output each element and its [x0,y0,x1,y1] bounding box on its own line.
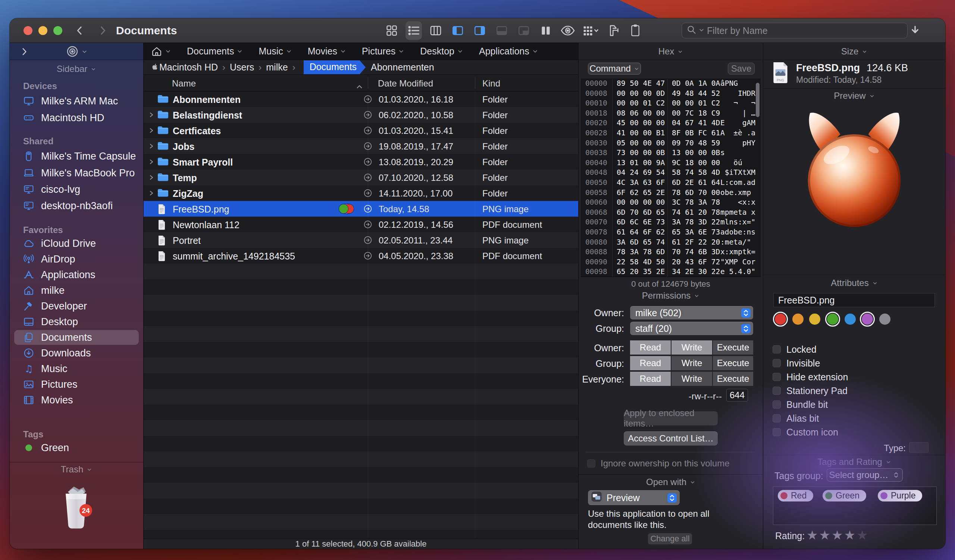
file-row-smart-payroll[interactable]: Smart Payroll13.08.2019., 20.29Folder [144,154,578,170]
trash-icon[interactable]: 24 [58,484,94,533]
hex-row[interactable]: 0004804 24 69 5458 74 58 4D $iTXtXM [581,168,761,178]
hex-row[interactable]: 0001808 06 00 0000 7C 18 C9 | … [581,109,761,119]
perm-everyone-execute[interactable]: Execute [713,372,753,386]
disclosure-triangle[interactable] [149,159,154,166]
path-menu-movies[interactable]: Movies [308,46,346,57]
hex-row[interactable]: 000686D 70 6D 6574 61 20 78mpmeta x [581,208,761,218]
perm-group-execute[interactable]: Execute [713,356,753,370]
open-with-header[interactable]: Open with [579,477,763,487]
rating-star-3[interactable]: ★ [831,528,844,542]
group-popup[interactable]: staff (20) [630,322,753,335]
hex-row[interactable]: 0001000 00 01 C200 00 01 C2 ¬ ¬ [581,99,761,109]
open-arrow-icon[interactable] [363,220,373,231]
column-view-icon[interactable] [427,21,444,40]
breadcrumb-item[interactable]: Macintosh HD [159,62,218,73]
grid-view-icon[interactable] [384,21,400,40]
disclosure-triangle[interactable] [149,143,154,151]
file-row-jobs[interactable]: Jobs19.08.2019., 17.47Folder [144,138,578,154]
hex-row[interactable]: 000504C 3A 63 6F6D 2E 61 64L:com.ad [581,178,761,188]
view-options-icon[interactable] [582,21,600,40]
dual-pane-icon[interactable] [537,21,554,40]
path-menu-documents[interactable]: Documents [187,46,243,57]
hex-row[interactable]: 0003005 00 00 0009 70 48 59 pHY [581,139,761,149]
sidebar-item-milke-s-time-capsule[interactable]: Milke's Time Capsule [14,149,139,164]
perm-group-read[interactable]: Read [630,356,671,370]
column-divider[interactable] [475,77,475,89]
breadcrumb-item[interactable]: milke [266,62,288,73]
open-with-popup[interactable]: Preview [588,490,680,505]
tag-color-yellow[interactable] [809,314,820,325]
locked-checkbox[interactable] [773,345,781,353]
disclosure-triangle[interactable] [149,190,154,198]
sidebar-item-pictures[interactable]: Pictures [14,377,139,392]
file-row-newtonlaan-112[interactable]: Newtonlaan 11202.12.2019., 14.56PDF docu… [144,217,578,232]
column-divider[interactable] [368,77,368,89]
sort-ascending-icon[interactable] [356,81,363,91]
panel-bottom-icon[interactable] [493,21,510,40]
file-row-zigzag[interactable]: ZigZag14.11.2020., 17.00Folder [144,185,578,201]
open-arrow-icon[interactable] [363,204,373,215]
hex-row[interactable]: 0002045 00 00 0004 67 41 4DE gAM [581,119,761,129]
sidebar-item-icloud-drive[interactable]: iCloud Drive [14,236,139,251]
tags-box[interactable]: RedGreenPurple [773,487,937,525]
tags-group-popup[interactable]: Select group… [827,468,903,482]
tag-color-green[interactable] [827,314,838,325]
size-header[interactable]: Size [763,43,945,60]
path-menu-pictures[interactable]: Pictures [362,46,404,57]
perm-owner-read[interactable]: Read [630,340,671,354]
rating-star-4[interactable]: ★ [844,528,856,542]
tag-color-purple[interactable] [862,314,873,325]
hex-dump[interactable]: 0000089 50 4E 470D 0A 1A 0AâPNG 0000800 … [581,79,761,277]
open-arrow-icon[interactable] [363,235,373,246]
custom-icon-checkbox[interactable] [773,428,781,436]
sidebar-item-desktop-nb3aofi[interactable]: desktop-nb3aofi [14,198,139,213]
forward-button[interactable] [96,24,109,37]
owner-popup[interactable]: milke (502) [630,306,753,320]
alias-bit-checkbox[interactable] [773,414,781,423]
hex-row[interactable]: 0000800 00 00 0D49 48 44 52 IHDR [581,89,761,99]
file-row-certficates[interactable]: Certficates01.03.2020., 15.41Folder [144,123,578,138]
list-view-icon[interactable] [405,21,422,40]
hex-header[interactable]: Hex [579,43,763,60]
disclosure-triangle[interactable] [149,128,154,135]
sidebar-item-milke[interactable]: milke [14,283,139,298]
hex-row[interactable]: 000706D 6C 6E 733A 78 3D 22mlns:x=" [581,218,761,228]
open-arrow-icon[interactable] [363,126,373,137]
file-row-temp[interactable]: Temp07.10.2020., 12.58Folder [144,170,578,185]
minimize-button[interactable] [38,26,47,35]
permissions-header[interactable]: Permissions [579,290,763,301]
zoom-button[interactable] [53,26,62,35]
file-row-freebsd-png[interactable]: FreeBSD.pngToday, 14.58PNG image [144,201,578,217]
sidebar-item-green[interactable]: Green [14,440,139,455]
breadcrumb-item-selected[interactable]: Documents [304,61,366,74]
tag-pill-green[interactable]: Green [823,490,866,501]
file-row-summit-archive-1492184535[interactable]: summit_archive_149218453504.05.2020., 23… [144,248,578,264]
sidebar-item-milke-s-arm-mac[interactable]: Milke's ARM Mac [14,94,139,109]
panel-right-icon[interactable] [471,21,488,40]
sidebar-item-developer[interactable]: Developer [14,299,139,314]
chevron-down-icon[interactable] [698,27,705,35]
column-header-name[interactable]: Name [172,78,196,89]
hex-row[interactable]: 0006000 00 00 003C 78 3A 78 <x:x [581,198,761,208]
tag-pill-purple[interactable]: Purple [878,490,922,501]
tag-color-red[interactable] [775,314,786,325]
disclosure-triangle[interactable] [149,112,154,119]
column-header-kind[interactable]: Kind [482,78,500,89]
hex-row[interactable]: 0002841 00 00 B18F 0B FC 61A ±è .a [581,129,761,139]
open-arrow-icon[interactable] [363,173,373,184]
column-header-date[interactable]: Date Modified [378,78,433,89]
tags-rating-header[interactable]: Tags and Rating [763,457,945,467]
hide-extension-checkbox[interactable] [773,373,781,381]
open-arrow-icon[interactable] [363,251,373,262]
preview-header[interactable]: Preview [763,90,945,101]
hex-row[interactable]: 0003873 00 00 0B13 00 00 0Bs [581,148,761,158]
invisible-checkbox[interactable] [773,359,781,367]
ignore-ownership-checkbox[interactable] [587,459,595,468]
download-arrow-icon[interactable] [910,24,921,37]
back-button[interactable] [73,24,86,37]
path-menu-desktop[interactable]: Desktop [420,46,463,57]
expand-sidebar-icon[interactable] [19,47,29,58]
disclosure-triangle[interactable] [149,175,154,182]
tag-color-blue[interactable] [845,314,856,325]
perm-everyone-write[interactable]: Write [672,372,712,386]
